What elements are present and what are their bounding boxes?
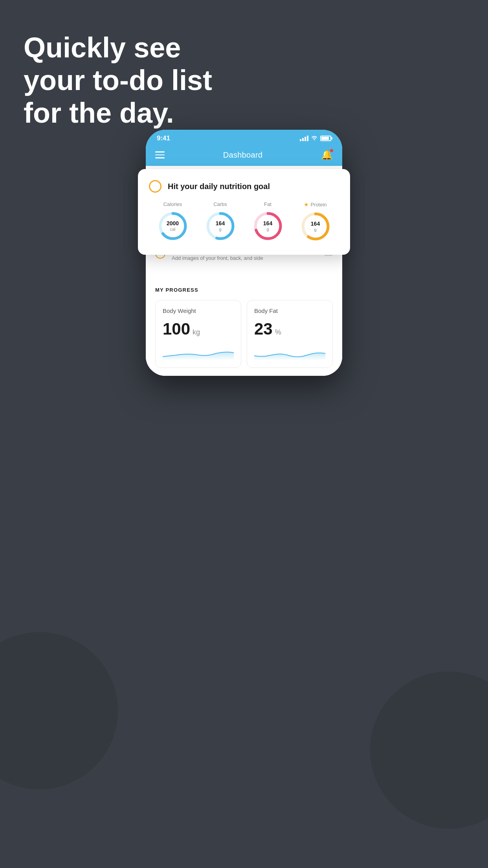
progress-cards: Body Weight 100 kg — [155, 300, 333, 368]
protein-value: 164 g — [311, 221, 320, 232]
protein-label: ★ Protein — [304, 201, 327, 208]
status-time: 9:41 — [157, 134, 170, 142]
carbs-donut: 164 g — [205, 210, 236, 242]
fat-donut: 164 g — [252, 210, 284, 242]
nutrition-calories: Calories 2000 cal — [157, 201, 189, 242]
todo-subtitle-progress-photos: Add images of your front, back, and side — [172, 255, 318, 261]
hero-text: Quickly see your to-do list for the day. — [24, 31, 212, 129]
hero-line1: Quickly see — [24, 31, 212, 64]
signal-icon — [300, 136, 308, 141]
nutrition-fat: Fat 164 g — [252, 201, 284, 242]
body-fat-card[interactable]: Body Fat 23 % — [247, 300, 333, 368]
calories-value: 2000 cal — [167, 220, 179, 232]
body-weight-unit: kg — [193, 328, 200, 337]
hero-line3: for the day. — [24, 97, 212, 129]
nutrition-carbs: Carbs 164 g — [205, 201, 236, 242]
body-fat-number: 23 — [254, 320, 273, 338]
body-weight-title: Body Weight — [163, 307, 234, 314]
progress-header: MY PROGRESS — [155, 287, 333, 293]
calories-donut: 2000 cal — [157, 210, 189, 242]
status-icons — [300, 135, 331, 142]
nav-title: Dashboard — [223, 151, 263, 160]
body-fat-chart — [254, 345, 325, 360]
nutrition-card: Hit your daily nutrition goal Calories 2… — [138, 169, 350, 255]
fat-value: 164 g — [263, 220, 272, 232]
fat-label: Fat — [264, 201, 272, 207]
body-fat-title: Body Fat — [254, 307, 325, 314]
nutrition-protein: ★ Protein 164 g — [300, 201, 331, 242]
body-weight-card[interactable]: Body Weight 100 kg — [155, 300, 241, 368]
status-bar: 9:41 — [146, 130, 342, 145]
body-weight-number: 100 — [163, 320, 190, 338]
protein-donut: 164 g — [300, 211, 331, 242]
bg-decoration-right — [370, 671, 488, 829]
progress-section: MY PROGRESS Body Weight 100 kg — [146, 275, 342, 376]
nutrition-card-title: Hit your daily nutrition goal — [168, 182, 270, 191]
body-weight-chart — [163, 345, 234, 360]
body-weight-value-row: 100 kg — [163, 320, 234, 338]
nutrition-items-row: Calories 2000 cal Carbs — [149, 201, 339, 242]
body-fat-value-row: 23 % — [254, 320, 325, 338]
battery-icon — [320, 136, 331, 141]
carbs-value: 164 g — [216, 220, 225, 232]
star-icon: ★ — [304, 201, 309, 208]
hero-line2: your to-do list — [24, 64, 212, 97]
wifi-icon — [311, 135, 318, 142]
hamburger-menu[interactable] — [155, 151, 165, 158]
bg-decoration-left — [0, 632, 118, 789]
notification-bell-icon[interactable]: 🔔 — [321, 149, 333, 160]
nav-bar: Dashboard 🔔 — [146, 145, 342, 166]
carbs-label: Carbs — [213, 201, 227, 207]
notification-dot — [330, 149, 334, 153]
nutrition-card-title-row: Hit your daily nutrition goal — [149, 180, 339, 193]
nutrition-circle-check — [149, 180, 161, 193]
calories-label: Calories — [163, 201, 182, 207]
body-fat-unit: % — [275, 328, 281, 337]
